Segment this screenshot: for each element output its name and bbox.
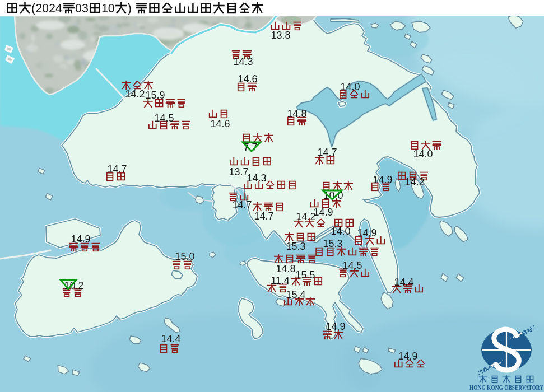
svg-text:11.4: 11.4 [271, 275, 290, 286]
svg-text:14.0: 14.0 [413, 148, 433, 160]
svg-text:14.0: 14.0 [331, 226, 350, 237]
svg-text:03: 03 [75, 2, 89, 15]
svg-text:14.2: 14.2 [296, 211, 315, 222]
svg-text:14.8: 14.8 [276, 263, 295, 274]
svg-text:14.4: 14.4 [161, 333, 180, 344]
svg-text:): ) [128, 2, 132, 15]
svg-text:15.4: 15.4 [286, 289, 305, 300]
svg-text:14.2: 14.2 [125, 88, 145, 100]
svg-text:14.9: 14.9 [71, 234, 90, 245]
svg-text:14.2: 14.2 [404, 176, 424, 188]
svg-text:14.9: 14.9 [373, 174, 392, 185]
svg-text:14.9: 14.9 [398, 351, 417, 362]
svg-text:10: 10 [101, 2, 115, 15]
svg-text:14.4: 14.4 [394, 277, 413, 288]
svg-text:14.7: 14.7 [107, 164, 127, 175]
svg-text:14.5: 14.5 [342, 260, 362, 271]
svg-text:14.9: 14.9 [357, 227, 376, 239]
svg-text:HONG KONG OBSERVATORY: HONG KONG OBSERVATORY [469, 383, 543, 391]
svg-text:15.0: 15.0 [175, 251, 194, 262]
svg-text:14.9: 14.9 [326, 321, 345, 332]
svg-text:15.5: 15.5 [295, 269, 315, 281]
svg-text:14.0: 14.0 [340, 81, 360, 92]
svg-text:14.7: 14.7 [232, 199, 252, 211]
svg-text:14.6: 14.6 [238, 73, 257, 85]
svg-text:14.8: 14.8 [287, 108, 306, 119]
svg-text:15.3: 15.3 [286, 241, 305, 252]
svg-text:13.8: 13.8 [271, 30, 290, 41]
svg-text:14.3: 14.3 [247, 172, 266, 184]
svg-text:(2024: (2024 [31, 2, 62, 15]
svg-text:14.9: 14.9 [313, 207, 333, 218]
svg-text:14.6: 14.6 [210, 118, 230, 129]
svg-text:15.3: 15.3 [323, 238, 342, 249]
svg-text:14.5: 14.5 [154, 113, 174, 124]
svg-text:13.7: 13.7 [229, 166, 248, 178]
svg-text:14.7: 14.7 [317, 147, 337, 158]
svg-text:14.7: 14.7 [254, 211, 273, 222]
svg-text:14.3: 14.3 [233, 56, 253, 67]
